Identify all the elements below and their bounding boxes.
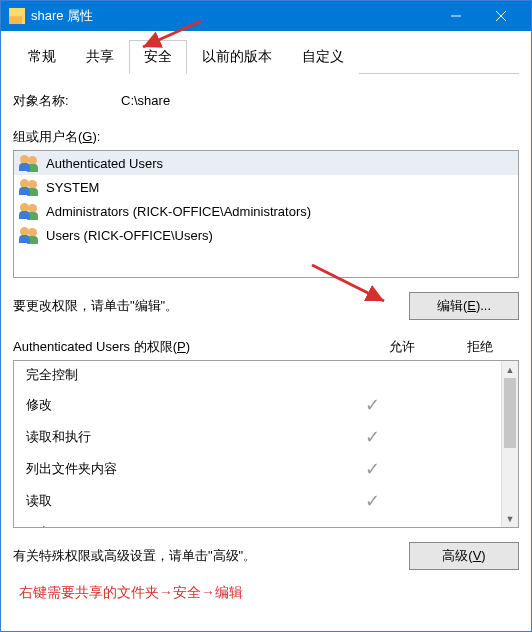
close-button[interactable] <box>478 1 523 31</box>
users-icon <box>20 155 40 171</box>
permission-name: 修改 <box>26 396 333 414</box>
allow-check-icon: ✓ <box>333 426 411 448</box>
allow-check-icon: ✓ <box>333 394 411 416</box>
list-item-label: Users (RICK-OFFICE\Users) <box>46 228 213 243</box>
advanced-button[interactable]: 高级(V) <box>409 542 519 570</box>
object-name-label: 对象名称: <box>13 92 121 110</box>
allow-header: 允许 <box>363 338 441 356</box>
allow-check-icon: ✓ <box>333 490 411 512</box>
tab-general[interactable]: 常规 <box>13 40 71 74</box>
deny-header: 拒绝 <box>441 338 519 356</box>
permission-name: 读取 <box>26 492 333 510</box>
permission-row: 列出文件夹内容✓ <box>14 453 501 485</box>
annotation-text: 右键需要共享的文件夹→安全→编辑 <box>13 584 519 602</box>
users-icon <box>20 179 40 195</box>
permission-row: 读取和执行✓ <box>14 421 501 453</box>
permission-name: 读取和执行 <box>26 428 333 446</box>
list-item-label: Administrators (RICK-OFFICE\Administrato… <box>46 204 311 219</box>
allow-check-icon: ✓ <box>333 522 411 527</box>
scroll-thumb[interactable] <box>504 378 516 448</box>
list-item[interactable]: SYSTEM <box>14 175 518 199</box>
permissions-listbox: 完全控制修改✓读取和执行✓列出文件夹内容✓读取✓写入✓ ▲ ▼ <box>13 360 519 528</box>
object-name-value: C:\share <box>121 93 170 108</box>
scroll-down-button[interactable]: ▼ <box>502 510 518 527</box>
permission-name: 列出文件夹内容 <box>26 460 333 478</box>
window-title: share 属性 <box>31 7 93 25</box>
list-item[interactable]: Administrators (RICK-OFFICE\Administrato… <box>14 199 518 223</box>
list-item-label: SYSTEM <box>46 180 99 195</box>
minimize-button[interactable] <box>433 1 478 31</box>
users-icon <box>20 227 40 243</box>
tab-previous-versions[interactable]: 以前的版本 <box>187 40 287 74</box>
list-item-label: Authenticated Users <box>46 156 163 171</box>
scrollbar[interactable]: ▲ ▼ <box>501 361 518 527</box>
permission-row: 读取✓ <box>14 485 501 517</box>
edit-hint: 要更改权限，请单击"编辑"。 <box>13 297 409 315</box>
tab-sharing[interactable]: 共享 <box>71 40 129 74</box>
permissions-header: Authenticated Users 的权限(P) <box>13 338 363 356</box>
folder-icon <box>9 8 25 24</box>
permission-name: 完全控制 <box>26 366 333 384</box>
groups-label: 组或用户名(G): <box>13 128 519 146</box>
list-item[interactable]: Authenticated Users <box>14 151 518 175</box>
tab-security[interactable]: 安全 <box>129 40 187 74</box>
users-icon <box>20 203 40 219</box>
advanced-hint: 有关特殊权限或高级设置，请单击"高级"。 <box>13 547 409 565</box>
allow-check-icon: ✓ <box>333 458 411 480</box>
permission-name: 写入 <box>26 524 333 527</box>
tab-bar: 常规 共享 安全 以前的版本 自定义 <box>13 39 519 74</box>
groups-listbox[interactable]: Authenticated Users SYSTEM Administrator… <box>13 150 519 278</box>
tab-customize[interactable]: 自定义 <box>287 40 359 74</box>
permission-row: 修改✓ <box>14 389 501 421</box>
list-item[interactable]: Users (RICK-OFFICE\Users) <box>14 223 518 247</box>
permission-row: 完全控制 <box>14 361 501 389</box>
titlebar: share 属性 <box>1 1 531 31</box>
permission-row: 写入✓ <box>14 517 501 527</box>
edit-button[interactable]: 编辑(E)... <box>409 292 519 320</box>
scroll-up-button[interactable]: ▲ <box>502 361 518 378</box>
